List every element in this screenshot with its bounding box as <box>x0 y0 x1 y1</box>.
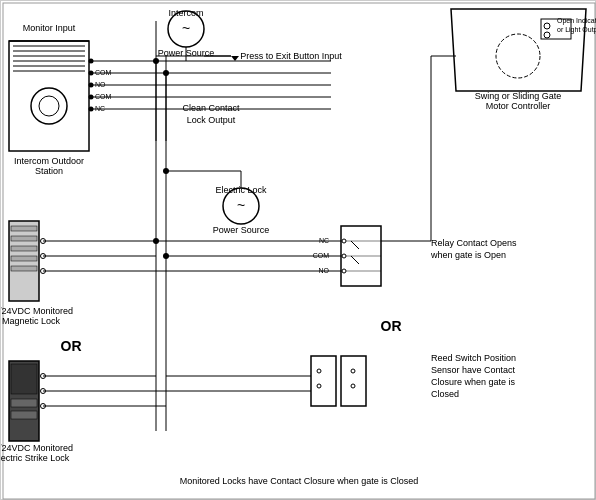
wiring-diagram: Monitor Input COM NO COM NC Intercom Out… <box>0 0 596 500</box>
svg-rect-39 <box>11 256 37 261</box>
svg-point-10 <box>39 96 59 116</box>
svg-text:Motor Controller: Motor Controller <box>486 101 551 111</box>
svg-text:Swing or Sliding Gate: Swing or Sliding Gate <box>475 91 562 101</box>
svg-point-64 <box>342 269 346 273</box>
svg-point-73 <box>317 369 321 373</box>
svg-text:Power Source: Power Source <box>213 225 270 235</box>
svg-rect-37 <box>11 236 37 241</box>
svg-text:Intercom Outdoor: Intercom Outdoor <box>14 156 84 166</box>
svg-rect-38 <box>11 246 37 251</box>
svg-text:Reed Switch Position: Reed Switch Position <box>431 353 516 363</box>
svg-text:Monitored Locks have Contact C: Monitored Locks have Contact Closure whe… <box>180 476 419 486</box>
svg-text:Closed: Closed <box>431 389 459 399</box>
svg-text:Monitor Input: Monitor Input <box>23 23 76 33</box>
svg-point-74 <box>317 384 321 388</box>
svg-rect-72 <box>341 356 366 406</box>
svg-point-106 <box>163 70 169 76</box>
svg-rect-36 <box>11 226 37 231</box>
svg-point-118 <box>163 168 169 174</box>
svg-point-63 <box>342 254 346 258</box>
svg-rect-40 <box>11 266 37 271</box>
svg-text:OR: OR <box>61 338 82 354</box>
svg-text:OR: OR <box>381 318 402 334</box>
svg-point-81 <box>496 34 540 78</box>
svg-text:~: ~ <box>182 20 190 36</box>
svg-text:Open Indicator: Open Indicator <box>557 17 596 25</box>
svg-text:Magnetic Lock: Magnetic Lock <box>2 316 61 326</box>
svg-text:~: ~ <box>237 197 245 213</box>
svg-text:Closure when gate is: Closure when gate is <box>431 377 516 387</box>
svg-text:Clean Contact: Clean Contact <box>182 103 240 113</box>
svg-rect-48 <box>11 364 37 394</box>
svg-text:or Light Output: or Light Output <box>557 26 596 34</box>
svg-point-62 <box>342 239 346 243</box>
svg-text:12/24VDC Monitored: 12/24VDC Monitored <box>1 443 73 453</box>
svg-point-76 <box>351 384 355 388</box>
svg-point-75 <box>351 369 355 373</box>
svg-text:Press to Exit Button Input: Press to Exit Button Input <box>240 51 342 61</box>
svg-text:when gate is Open: when gate is Open <box>430 250 506 260</box>
svg-point-104 <box>153 58 159 64</box>
svg-point-84 <box>544 32 550 38</box>
svg-text:Relay Contact Opens: Relay Contact Opens <box>431 238 517 248</box>
svg-rect-71 <box>311 356 336 406</box>
svg-text:Station: Station <box>35 166 63 176</box>
svg-text:Lock Output: Lock Output <box>187 115 236 125</box>
svg-text:Intercom: Intercom <box>168 8 203 18</box>
svg-rect-49 <box>11 399 37 407</box>
svg-rect-50 <box>11 411 37 419</box>
svg-point-83 <box>544 23 550 29</box>
svg-point-107 <box>163 253 169 259</box>
svg-text:Electric Strike Lock: Electric Strike Lock <box>1 453 70 463</box>
svg-text:12/24VDC Monitored: 12/24VDC Monitored <box>1 306 73 316</box>
svg-text:Sensor have Contact: Sensor have Contact <box>431 365 516 375</box>
